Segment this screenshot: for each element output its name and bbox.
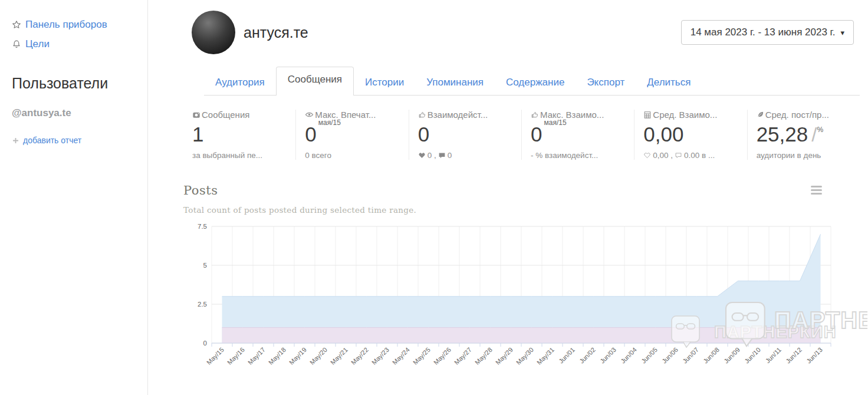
tab-stories[interactable]: Истории — [354, 70, 415, 95]
chart-title: Posts — [183, 183, 218, 198]
tab-messages[interactable]: Сообщения — [276, 67, 354, 96]
stat-value: 0мая/15 — [531, 124, 629, 146]
partnerkin-watermark-text: ПАРТНЕРКИН — [774, 307, 867, 333]
stat-footer: 0 ,0 — [418, 151, 517, 160]
bubble-outline-icon — [675, 152, 682, 159]
stat-footer: 0,00 ,0.00 в ... — [643, 151, 742, 160]
x-axis-label: Jun/01 — [557, 346, 576, 365]
date-range-value: 14 мая 2023 г. - 13 июня 2023 г. — [691, 27, 836, 38]
chart-subtitle: Total count of posts posted during selec… — [183, 205, 868, 215]
x-axis-label: May/29 — [494, 346, 514, 366]
x-axis-label: May/24 — [391, 346, 411, 366]
profile-header: антуся.те 14 мая 2023 г. - 13 июня 2023 … — [183, 0, 868, 54]
chart-header: Posts — [183, 183, 868, 199]
caret-down-icon: ▾ — [840, 28, 844, 37]
thumb-up-icon — [418, 111, 426, 119]
eye-icon — [305, 110, 314, 119]
sidebar-user-item[interactable]: @antusya.te — [12, 107, 137, 119]
star-icon — [12, 20, 21, 29]
stat-value-date: мая/15 — [544, 119, 566, 127]
tab-bar: АудиторияСообщенияИсторииУпоминанияСодер… — [204, 67, 860, 96]
sidebar-item-label: Панель приборов — [25, 19, 107, 31]
x-axis-label: Jun/06 — [660, 346, 679, 365]
sidebar: Панель приборов Цели Пользователи @antus… — [0, 0, 148, 395]
stat-card-messages: Сообщения1за выбранный пе... — [183, 110, 295, 160]
posts-area-chart: 02.557.5May/15May/16May/17May/18May/19Ma… — [183, 217, 867, 383]
stat-value: 25,28/% — [757, 124, 855, 146]
x-axis-label: May/31 — [535, 346, 555, 366]
heart-filled-icon — [418, 152, 426, 159]
tab-content[interactable]: Содержание — [495, 70, 576, 95]
stat-footer-text: 0 , — [428, 151, 436, 160]
x-axis-label: Jun/11 — [764, 346, 782, 364]
stat-card-avg-post-reach: Сред. пост/пр...25,28/%аудитории в день — [747, 110, 860, 160]
x-axis-label: May/23 — [370, 346, 390, 366]
main-content: антуся.те 14 мая 2023 г. - 13 июня 2023 … — [148, 0, 868, 395]
tab-share[interactable]: Делиться — [636, 70, 702, 95]
stat-footer-text: 0.00 в ... — [684, 151, 715, 160]
x-axis-label: May/27 — [453, 346, 473, 366]
sidebar-item-goals[interactable]: Цели — [12, 38, 137, 50]
stat-footer-text: - % взаимодейст... — [531, 151, 598, 160]
stat-value-date: мая/15 — [318, 119, 341, 127]
x-axis-label: Jun/08 — [702, 346, 721, 365]
x-axis-label: Jun/09 — [722, 346, 741, 365]
bell-icon — [12, 40, 21, 49]
sidebar-item-label: Цели — [25, 38, 50, 50]
stat-footer-text: 0 всего — [305, 151, 331, 160]
hamburger-icon[interactable] — [811, 183, 822, 199]
stat-label: Сообщения — [192, 110, 291, 120]
tab-mentions[interactable]: Упоминания — [415, 70, 495, 95]
x-axis-label: May/22 — [350, 346, 370, 366]
stat-card-max-impressions: Макс. Впечат...0мая/150 всего — [295, 110, 408, 160]
stat-footer-text: 0,00 , — [653, 151, 673, 160]
x-axis-label: Jun/03 — [599, 346, 617, 365]
stat-value: 0,00 — [643, 124, 742, 146]
add-report-button[interactable]: добавить отчет — [12, 136, 137, 145]
heart-outline-icon — [643, 152, 651, 159]
x-axis-label: Jun/10 — [743, 346, 762, 365]
x-axis-label: May/15 — [205, 346, 225, 366]
stat-footer-text: за выбранный пе... — [192, 151, 262, 160]
add-report-label: добавить отчет — [23, 136, 81, 145]
sidebar-item-dashboard[interactable]: Панель приборов — [12, 19, 137, 31]
x-axis-label: May/25 — [412, 346, 432, 366]
y-axis-label: 2.5 — [198, 301, 207, 308]
x-axis-label: May/26 — [432, 346, 452, 366]
stats-row: Сообщения1за выбранный пе...Макс. Впечат… — [183, 110, 860, 160]
stat-card-avg-interactions: Сред. Взаимо...0,000,00 ,0.00 в ... — [634, 110, 747, 160]
app-window: Панель приборов Цели Пользователи @antus… — [0, 0, 868, 395]
stat-value: 0мая/15 — [305, 124, 403, 146]
thumb-up-icon — [531, 111, 539, 119]
calculator-icon — [643, 111, 652, 119]
camera-icon — [192, 111, 200, 119]
stat-footer: - % взаимодейст... — [531, 151, 629, 160]
bubble-filled-icon — [438, 152, 446, 159]
x-axis-label: May/30 — [515, 346, 535, 366]
plus-icon — [12, 137, 19, 144]
tab-export[interactable]: Экспорт — [576, 70, 636, 95]
x-axis-label: May/20 — [308, 346, 328, 366]
x-axis-label: Jun/02 — [578, 346, 597, 365]
y-axis-label: 7.5 — [198, 223, 207, 230]
x-axis-label: Jun/04 — [619, 346, 638, 365]
users-heading: Пользователи — [12, 75, 137, 92]
date-range-picker[interactable]: 14 мая 2023 г. - 13 июня 2023 г. ▾ — [681, 20, 854, 45]
x-axis-label: May/28 — [474, 346, 494, 366]
x-axis-label: May/19 — [288, 346, 308, 366]
stat-label-text: Сред. Взаимо... — [653, 110, 717, 120]
avatar — [192, 11, 235, 54]
stat-card-max-interactions: Макс. Взаимо...0мая/15- % взаимодейст... — [521, 110, 634, 160]
profile-name: антуся.те — [244, 24, 308, 41]
x-axis-label: Jun/13 — [805, 346, 824, 365]
y-axis-label: 5 — [203, 262, 207, 269]
stat-unit: % — [817, 126, 823, 134]
posts-chart-section: Posts Total count of posts posted during… — [183, 183, 868, 383]
tab-audience[interactable]: Аудитория — [204, 70, 276, 95]
stat-label-text: Сред. пост/пр... — [765, 110, 829, 120]
x-axis-label: Jun/05 — [640, 346, 659, 365]
stat-value: 0 — [418, 124, 517, 146]
stat-label: Сред. Взаимо... — [643, 110, 742, 120]
x-axis-label: Jun/07 — [681, 346, 700, 365]
stat-footer-text: аудитории в день — [757, 151, 821, 160]
